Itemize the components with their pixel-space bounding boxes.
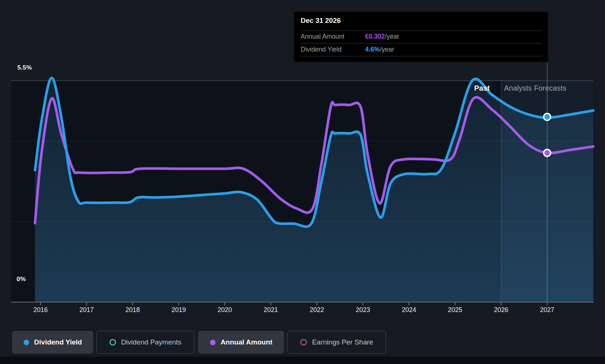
tooltip-row-dividend-yield: Dividend Yield 4.6%/year: [301, 46, 540, 55]
x-axis-ticks: [41, 302, 547, 305]
tooltip-separator: [300, 43, 542, 43]
x-axis-label-2027: 2027: [532, 306, 562, 314]
earnings-per-share-ring-icon: [300, 339, 307, 346]
legend-label: Dividend Payments: [121, 338, 182, 346]
x-axis-label-2018: 2018: [118, 306, 147, 314]
x-axis-label-2022: 2022: [302, 306, 332, 314]
x-axis-label-2020: 2020: [210, 306, 239, 314]
legend-label: Annual Amount: [221, 338, 273, 346]
tooltip-row-annual-amount: Annual Amount €0.302/year: [301, 33, 540, 42]
x-axis-label-2021: 2021: [256, 306, 286, 314]
x-axis-label-2023: 2023: [348, 306, 378, 314]
x-axis-label-2017: 2017: [72, 306, 101, 314]
tooltip-date: Dec 31 2026: [301, 17, 341, 25]
legend-button-earnings-per-share[interactable]: Earnings Per Share: [287, 331, 386, 354]
y-axis-top-label: 5.5%: [17, 64, 32, 71]
tooltip-label: Dividend Yield: [301, 46, 342, 53]
dividend-yield-dot-icon: [24, 340, 29, 345]
x-axis-label-2024: 2024: [394, 306, 424, 314]
x-axis-label-2025: 2025: [440, 306, 470, 314]
x-axis-label-2019: 2019: [164, 306, 193, 314]
tooltip-separator: [300, 56, 542, 56]
tooltip-value: €0.302/year: [365, 33, 399, 41]
legend-button-annual-amount[interactable]: Annual Amount: [198, 331, 284, 354]
x-axis-label-2016: 2016: [26, 306, 55, 314]
legend-button-dividend-payments[interactable]: Dividend Payments: [97, 331, 194, 354]
y-axis-zero-label: 0%: [17, 276, 26, 283]
dividend-payments-ring-icon: [109, 339, 116, 346]
dividend-chart-screen: 5.5% 0% 20162017201820192020202120222023…: [0, 0, 605, 364]
legend-label: Earnings Per Share: [312, 338, 373, 346]
annual-amount-dot-icon: [210, 340, 216, 345]
tooltip-label: Annual Amount: [301, 33, 345, 41]
x-axis-label-2026: 2026: [486, 306, 516, 314]
legend-label: Dividend Yield: [34, 338, 82, 346]
chart-tooltip: Dec 31 2026 Annual Amount €0.302/year Di…: [294, 12, 548, 62]
tooltip-separator: [300, 31, 542, 31]
legend-button-dividend-yield[interactable]: Dividend Yield: [12, 331, 93, 354]
bottom-strip: [0, 357, 605, 364]
tooltip-value: 4.6%/year: [365, 46, 394, 53]
chart-plot-area[interactable]: [35, 81, 593, 302]
